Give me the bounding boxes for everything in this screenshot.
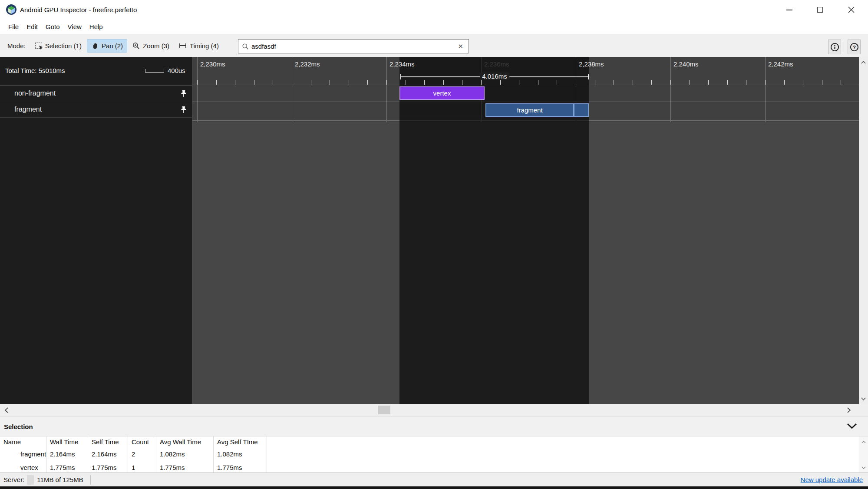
scroll-down-icon[interactable] — [859, 463, 868, 472]
timeline-view[interactable]: 2,230ms2,232ms2,234ms2,236ms2,238ms2,240… — [0, 57, 868, 404]
cell-value: 1.775ms — [46, 461, 88, 472]
mode-zoom-button[interactable]: Zoom (3) — [128, 39, 174, 53]
maximize-icon — [817, 7, 823, 13]
cell-value: 1.775ms — [156, 461, 214, 472]
chevron-down-icon[interactable] — [847, 423, 857, 431]
search-clear-icon[interactable]: ✕ — [456, 43, 465, 50]
scroll-up-icon[interactable] — [859, 58, 868, 66]
selection-panel-header[interactable]: Selection — [0, 416, 868, 436]
mode-selection-button[interactable]: Selection (1) — [31, 39, 86, 53]
ruler-tick — [765, 80, 766, 85]
ruler-tick — [708, 80, 709, 85]
ruler-tick — [406, 80, 406, 85]
update-link[interactable]: New update available — [801, 476, 863, 483]
ruler-tick — [633, 80, 633, 85]
help-button[interactable]: ? — [848, 40, 861, 54]
column-header-name[interactable]: Name — [0, 436, 46, 447]
track-label-panel: Total Time: 5s010ms 400us non-fragment f… — [0, 57, 192, 404]
ruler-tick — [462, 80, 462, 85]
cell-value — [267, 461, 859, 472]
scroll-left-icon[interactable] — [2, 406, 11, 414]
menu-edit[interactable]: Edit — [23, 23, 42, 30]
ruler-tick — [443, 80, 444, 85]
ruler-tick — [727, 80, 728, 85]
title-bar: Android GPU Inspector - freefire.perfett… — [0, 0, 868, 20]
pin-icon[interactable] — [180, 106, 187, 115]
track-row-non-fragment[interactable]: non-fragment — [0, 85, 192, 101]
ruler-tick — [292, 80, 292, 85]
total-time-label: Total Time: 5s010ms — [5, 57, 65, 85]
ruler-time-label: 2,238ms — [579, 60, 604, 68]
selection-table: Name Wall Time Self Time Count Avg Wall … — [0, 436, 859, 472]
table-row[interactable]: vertex1.775ms1.775ms11.775ms1.775ms — [0, 461, 859, 472]
search-icon — [242, 43, 249, 50]
timeline-horizontal-scrollbar[interactable] — [0, 404, 868, 416]
mode-selection-label: Selection (1) — [45, 42, 82, 50]
ruler-tick — [822, 80, 822, 85]
minimize-button[interactable] — [776, 0, 802, 20]
scroll-up-icon[interactable] — [859, 438, 868, 446]
pin-icon[interactable] — [180, 90, 187, 99]
ruler-tick — [670, 80, 671, 85]
slice-divider — [573, 104, 574, 116]
mode-zoom-label: Zoom (3) — [143, 42, 169, 50]
table-body: fragment2.164ms2.164ms21.082ms1.082msver… — [0, 447, 859, 472]
close-button[interactable] — [838, 0, 864, 20]
measurement-value: 4.016ms — [480, 73, 509, 80]
maximize-button[interactable] — [807, 0, 833, 20]
ruler-tick — [784, 80, 785, 85]
menu-view[interactable]: View — [64, 23, 86, 30]
track-row-fragment[interactable]: fragment — [0, 102, 192, 118]
ruler-time-label: 2,240ms — [673, 60, 699, 68]
ruler-tick — [386, 80, 387, 85]
status-bar: Server: 11MB of 125MB New update availab… — [0, 472, 868, 486]
scale-bracket-icon — [145, 69, 164, 73]
slice-fragment[interactable]: fragment — [485, 103, 589, 117]
search-input[interactable]: asdfasdf — [251, 43, 453, 50]
ruler-tick — [841, 80, 841, 85]
info-button[interactable] — [828, 40, 841, 54]
search-box[interactable]: asdfasdf ✕ — [238, 39, 469, 53]
cell-value: 2.164ms — [46, 447, 88, 461]
cell-name: vertex — [0, 461, 46, 472]
gridline — [765, 57, 766, 122]
column-header-wall-time[interactable]: Wall Time — [46, 436, 88, 447]
gridline — [670, 57, 671, 122]
cell-value: 1.082ms — [156, 447, 214, 461]
column-header-count[interactable]: Count — [128, 436, 156, 447]
mode-timing-button[interactable]: Timing (4) — [175, 39, 223, 53]
ruler-tick — [746, 80, 746, 85]
column-header-avg-wall-time[interactable]: Avg Wall Time — [156, 436, 214, 447]
server-memory-usage: 11MB of 125MB — [37, 476, 83, 483]
ruler-time-label: 2,242ms — [768, 60, 793, 68]
help-icon: ? — [850, 43, 859, 52]
agi-logo-icon — [6, 4, 17, 17]
column-header-avg-self-time[interactable]: Avg Self TIme — [214, 436, 267, 447]
toolbar: Mode: Selection (1) Pan (2) Zoom (3) Tim… — [0, 34, 868, 57]
scrollbar-thumb[interactable] — [378, 406, 390, 414]
cell-value: 2.164ms — [88, 447, 128, 461]
timeline-vertical-scrollbar[interactable] — [859, 57, 868, 404]
ruler-tick — [481, 80, 482, 85]
ruler-tick — [651, 80, 652, 85]
menu-goto[interactable]: Goto — [42, 23, 64, 30]
slice-vertex[interactable]: vertex — [399, 86, 485, 100]
ruler-tick — [690, 80, 690, 85]
ruler-tick — [273, 80, 273, 85]
column-header-self-time[interactable]: Self Time — [88, 436, 128, 447]
scroll-down-icon[interactable] — [859, 394, 868, 403]
svg-text:?: ? — [852, 44, 855, 50]
table-vertical-scrollbar[interactable] — [859, 436, 868, 472]
menu-help[interactable]: Help — [86, 23, 107, 30]
hand-icon — [91, 42, 99, 50]
ruler-tick — [614, 80, 614, 85]
ruler-tick — [311, 80, 311, 85]
scroll-right-icon[interactable] — [844, 406, 854, 414]
ruler-tick — [235, 80, 235, 85]
table-row[interactable]: fragment2.164ms2.164ms21.082ms1.082ms — [0, 447, 859, 461]
cell-value: 1.775ms — [214, 461, 267, 472]
mode-label: Mode: — [7, 42, 26, 50]
gridline — [292, 57, 292, 122]
menu-file[interactable]: File — [4, 23, 23, 30]
mode-pan-button[interactable]: Pan (2) — [87, 39, 127, 53]
